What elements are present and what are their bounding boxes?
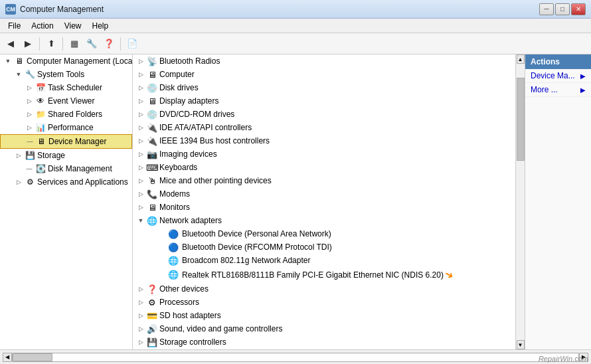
dev-label-dd: Disk drives: [158, 83, 199, 92]
dev-label-mon: Monitors: [158, 203, 190, 212]
dev-icon-mon: 🖥: [146, 202, 158, 213]
dev-expand-dd: ▷: [135, 82, 146, 93]
ts-icon: 📅: [35, 82, 46, 93]
dev-label-modem: Modems: [158, 189, 190, 199]
dev-expand-proc: ▷: [135, 297, 146, 308]
main-area: ▼ 🖥 Computer Management (Local ▼ 🔧 Syste…: [0, 54, 591, 349]
dev-icon-oth: ❓: [146, 284, 158, 294]
tree-computer-management[interactable]: ▼ 🖥 Computer Management (Local: [0, 54, 132, 68]
toolbar-separator-2: [62, 37, 63, 50]
tree-storage[interactable]: ▷ 💾 Storage: [0, 149, 132, 162]
dev-icon-c: 🖥: [146, 69, 158, 80]
device-realtek[interactable]: 🌐 Realtek RTL8168B/8111B Family PCI-E Gi…: [133, 267, 515, 282]
title-bar: CM Computer Management ─ □ ✕: [0, 0, 591, 19]
device-bt-rfcomm[interactable]: 🔵 Bluetooth Device (RFCOMM Protocol TDI): [133, 240, 515, 254]
center-panel-wrapper: ▷ 📡 Bluetooth Radios ▷ 🖥 Computer ▷ 💿 Di…: [133, 54, 525, 349]
dev-label-oth: Other devices: [158, 284, 209, 294]
dev-icon-ieee: 🔌: [146, 136, 158, 146]
menu-view[interactable]: View: [59, 20, 87, 32]
dev-icon-broadcom: 🌐: [167, 255, 179, 266]
diskmgt-label: Disk Management: [46, 164, 112, 173]
device-ide-ata[interactable]: ▷ 🔌 IDE ATA/ATAPI controllers: [133, 121, 515, 134]
device-ieee1394[interactable]: ▷ 🔌 IEEE 1394 Bus host controllers: [133, 134, 515, 147]
action-more[interactable]: More ... ▶: [525, 83, 591, 97]
dev-label-ieee: IEEE 1394 Bus host controllers: [158, 136, 270, 145]
dev-icon-dd: 💿: [146, 82, 158, 93]
svc-icon: ⚙: [24, 177, 36, 187]
dev-expand-kb: ▷: [135, 162, 146, 173]
toolbar-forward[interactable]: ▶: [20, 36, 36, 52]
scroll-up-button[interactable]: ▲: [517, 54, 525, 64]
device-monitors[interactable]: ▷ 🖥 Monitors: [133, 201, 515, 214]
toolbar-properties[interactable]: 🔧: [84, 36, 100, 52]
device-keyboards[interactable]: ▷ ⌨ Keyboards: [133, 161, 515, 174]
tree-device-manager[interactable]: — 🖥 Device Manager: [0, 134, 132, 149]
expand-icon-diskmgt: —: [24, 163, 35, 174]
tree-disk-management[interactable]: — 💽 Disk Management: [0, 162, 132, 175]
dev-icon-realtek: 🌐: [167, 270, 179, 280]
left-panel: ▼ 🖥 Computer Management (Local ▼ 🔧 Syste…: [0, 54, 133, 349]
device-other[interactable]: ▷ ❓ Other devices: [133, 282, 515, 296]
dev-label-sd: SD host adapters: [158, 311, 221, 320]
status-scroll-thumb[interactable]: [13, 353, 52, 361]
right-panel: Actions Device Ma... ▶ More ... ▶: [525, 54, 591, 349]
action-more-arrow: ▶: [580, 86, 586, 94]
scroll-down-button[interactable]: ▼: [517, 340, 525, 349]
dev-label-kb: Keyboards: [158, 163, 197, 172]
toolbar-doc[interactable]: 📄: [124, 36, 140, 52]
device-modems[interactable]: ▷ 📞 Modems: [133, 187, 515, 201]
dev-icon-kb: ⌨: [146, 162, 158, 173]
svc-label: Services and Applications: [36, 177, 128, 187]
maximize-button[interactable]: □: [555, 3, 570, 15]
tree-services[interactable]: ▷ ⚙ Services and Applications: [0, 175, 132, 189]
center-scrollbar[interactable]: ▲ ▼: [515, 54, 525, 349]
device-network-adapters[interactable]: ▼ 🌐 Network adapters: [133, 214, 515, 227]
dev-icon: 📡: [146, 56, 158, 66]
dev-label-sc: Storage controllers: [158, 337, 226, 347]
device-dvd-cd[interactable]: ▷ 💿 DVD/CD-ROM drives: [133, 108, 515, 121]
app-icon: CM: [5, 4, 16, 15]
tree-performance[interactable]: ▷ 📊 Performance: [0, 121, 132, 134]
device-disk-drives[interactable]: ▷ 💿 Disk drives: [133, 81, 515, 94]
device-broadcom[interactable]: 🌐 Broadcom 802.11g Network Adapter: [133, 254, 515, 267]
dev-icon-mice: 🖱: [146, 175, 158, 186]
dev-label-broadcom: Broadcom 802.11g Network Adapter: [181, 256, 310, 265]
close-button[interactable]: ✕: [571, 3, 586, 15]
status-scrollbar[interactable]: [12, 353, 579, 362]
dev-icon-btrfcomm: 🔵: [167, 242, 179, 252]
toolbar-back[interactable]: ◀: [3, 36, 19, 52]
device-imaging[interactable]: ▷ 📷 Imaging devices: [133, 147, 515, 161]
scroll-thumb[interactable]: [517, 78, 525, 161]
dev-expand-ide: ▷: [135, 122, 146, 133]
device-storage-ctrl[interactable]: ▷ 💾 Storage controllers: [133, 335, 515, 349]
menu-help[interactable]: Help: [87, 20, 114, 32]
menu-action[interactable]: Action: [26, 20, 58, 32]
action-device-manager[interactable]: Device Ma... ▶: [525, 69, 591, 83]
tree-shared-folders[interactable]: ▷ 📁 Shared Folders: [0, 108, 132, 121]
expand-icon-dm: —: [25, 136, 35, 147]
dev-label-da: Display adapters: [158, 96, 218, 106]
device-bluetooth-radios[interactable]: ▷ 📡 Bluetooth Radios: [133, 54, 515, 68]
st-label: System Tools: [36, 70, 84, 79]
device-computer[interactable]: ▷ 🖥 Computer: [133, 68, 515, 81]
device-sound[interactable]: ▷ 🔊 Sound, video and game controllers: [133, 322, 515, 335]
toolbar-separator: [39, 37, 40, 50]
perf-label: Performance: [46, 123, 94, 132]
toolbar-help[interactable]: ❓: [101, 36, 117, 52]
toolbar-up[interactable]: ⬆: [43, 36, 59, 52]
scroll-left-button[interactable]: ◀: [3, 353, 12, 362]
device-processors[interactable]: ▷ ⚙ Processors: [133, 296, 515, 309]
device-bt-pan[interactable]: 🔵 Bluetooth Device (Personal Area Networ…: [133, 227, 515, 240]
device-display-adapters[interactable]: ▷ 🖥 Display adapters: [133, 94, 515, 108]
tree-task-scheduler[interactable]: ▷ 📅 Task Scheduler: [0, 81, 132, 94]
device-sd-host[interactable]: ▷ 💳 SD host adapters: [133, 309, 515, 322]
dev-expand-modem: ▷: [135, 189, 146, 199]
tree-system-tools[interactable]: ▼ 🔧 System Tools: [0, 68, 132, 81]
toolbar-show-hide[interactable]: ▦: [66, 36, 82, 52]
scroll-track: [517, 64, 525, 340]
menu-file[interactable]: File: [3, 20, 26, 32]
minimize-button[interactable]: ─: [539, 3, 554, 15]
device-mice[interactable]: ▷ 🖱 Mice and other pointing devices: [133, 174, 515, 187]
tree-event-viewer[interactable]: ▷ 👁 Event Viewer: [0, 94, 132, 108]
dev-icon-modem: 📞: [146, 189, 158, 199]
